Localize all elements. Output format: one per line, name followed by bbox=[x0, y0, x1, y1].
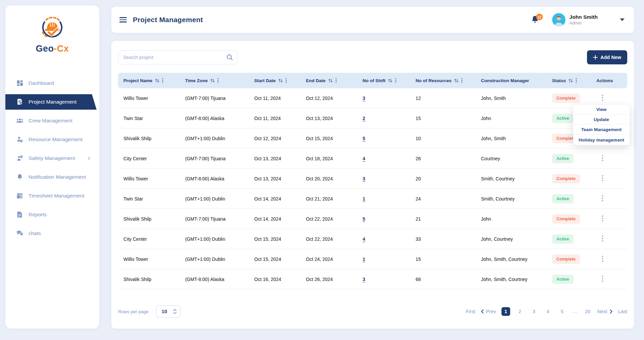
menu-item-team-management[interactable]: Team Management bbox=[573, 125, 630, 135]
table-row[interactable]: City Center (GMT+1:00) Dublin Oct 15, 20… bbox=[118, 229, 627, 249]
sidebar-item-notification-management[interactable]: Notification Management bbox=[5, 169, 99, 185]
table-row[interactable]: City Center (GMT-7:00) Tijuana Oct 13, 2… bbox=[118, 149, 627, 169]
column-menu-icon[interactable] bbox=[576, 78, 577, 83]
hamburger-menu-icon[interactable] bbox=[119, 16, 127, 24]
project-name-text: Willis Tower bbox=[123, 96, 148, 101]
shift-count-link[interactable]: 1 bbox=[363, 196, 365, 202]
rows-per-page-select[interactable]: 10 bbox=[156, 305, 181, 318]
pagination-next[interactable]: Next bbox=[597, 309, 613, 314]
table-row[interactable]: Shivalik Shilp (GMT+1:00) Dublin Oct 12,… bbox=[118, 128, 627, 149]
row-actions-kebab-icon[interactable] bbox=[602, 195, 603, 202]
sidebar-item-label: Dashboard bbox=[29, 80, 54, 86]
table-row[interactable]: Willis Tower (GMT-8:00) Alaska Oct 13, 2… bbox=[118, 169, 627, 189]
page-title: Project Management bbox=[133, 16, 203, 24]
table-row[interactable]: Twin Star (GMT-8:00) Alaska Oct 11, 2024… bbox=[118, 108, 627, 128]
column-menu-icon[interactable] bbox=[285, 78, 287, 83]
search-input[interactable] bbox=[118, 50, 237, 64]
shift-count-link[interactable]: 3 bbox=[363, 277, 365, 282]
pagination-ellipsis[interactable]: ··· bbox=[572, 309, 578, 315]
cell-end-date: Oct 26, 2024 bbox=[306, 277, 363, 282]
notifications-button[interactable]: 12 bbox=[531, 15, 540, 25]
add-new-button[interactable]: Add New bbox=[587, 50, 627, 64]
row-actions-kebab-icon[interactable] bbox=[602, 235, 603, 242]
user-avatar[interactable] bbox=[552, 13, 566, 26]
sort-icon[interactable] bbox=[328, 78, 333, 83]
sort-icon[interactable] bbox=[278, 78, 283, 83]
search-icon[interactable] bbox=[226, 54, 233, 61]
shift-count-link[interactable]: 2 bbox=[363, 116, 365, 121]
pagination-prev[interactable]: Prev bbox=[481, 309, 496, 314]
sort-icon[interactable] bbox=[155, 78, 160, 83]
sidebar-item-safety-management[interactable]: Safety Management bbox=[5, 151, 99, 166]
pagination-page-20[interactable]: 20 bbox=[583, 307, 592, 316]
pagination-page-4[interactable]: 4 bbox=[544, 307, 552, 316]
sidebar-item-timesheet-management[interactable]: Timesheet Management bbox=[5, 188, 99, 204]
table-row[interactable]: Willis Tower (GMT+1:00) Dublin Oct 15, 2… bbox=[118, 249, 627, 269]
stepper-chevrons-icon[interactable] bbox=[173, 308, 177, 315]
sidebar-item-resource-management[interactable]: Resource Management bbox=[5, 132, 99, 147]
shift-count-link[interactable]: 1 bbox=[363, 257, 365, 262]
user-menu-caret-icon[interactable] bbox=[620, 18, 625, 21]
end-date-text: Oct 21, 2024 bbox=[306, 196, 333, 202]
pagination-page-5[interactable]: 5 bbox=[558, 307, 567, 316]
pagination-page-2[interactable]: 2 bbox=[516, 307, 524, 316]
column-header-no-of-shift[interactable]: No of Shift bbox=[363, 78, 416, 83]
time-zone-text: (GMT-7:00) Tijuana bbox=[185, 96, 226, 101]
column-header-start-date[interactable]: Start Date bbox=[254, 78, 306, 83]
project-management-icon bbox=[16, 98, 23, 106]
status-badge: Active bbox=[552, 275, 574, 284]
row-actions-kebab-icon[interactable] bbox=[602, 175, 603, 181]
shift-count-link[interactable]: 3 bbox=[363, 176, 365, 181]
column-menu-icon[interactable] bbox=[461, 78, 463, 83]
row-actions-kebab-icon[interactable] bbox=[602, 95, 603, 101]
shift-count-link[interactable]: 4 bbox=[363, 156, 365, 161]
pagination-last[interactable]: Last bbox=[618, 309, 627, 314]
status-badge: Active bbox=[552, 154, 574, 163]
pagination-page-1[interactable]: 1 bbox=[501, 307, 510, 316]
sidebar-item-dashboard[interactable]: Dashboard bbox=[5, 75, 99, 91]
row-actions-kebab-icon[interactable] bbox=[602, 155, 603, 161]
table-row[interactable]: Shivalik Shilp (GMT-8:00) Alaska Oct 16,… bbox=[118, 269, 627, 289]
menu-item-view[interactable]: View bbox=[573, 105, 630, 115]
sort-icon[interactable] bbox=[568, 78, 573, 83]
column-menu-icon[interactable] bbox=[162, 78, 163, 83]
column-label: Project Name bbox=[123, 78, 152, 83]
column-header-time-zone[interactable]: Time Zone bbox=[185, 78, 254, 83]
column-header-project-name[interactable]: Project Name bbox=[123, 78, 185, 83]
pagination-page-3[interactable]: 3 bbox=[530, 307, 538, 316]
sort-icon[interactable] bbox=[388, 78, 393, 83]
cell-end-date: Oct 18, 2024 bbox=[306, 156, 363, 161]
column-menu-icon[interactable] bbox=[395, 78, 396, 83]
pagination-first[interactable]: First bbox=[466, 309, 475, 314]
shift-count-link[interactable]: 5 bbox=[363, 216, 365, 222]
column-menu-icon[interactable] bbox=[335, 78, 337, 83]
menu-item-update[interactable]: Update bbox=[573, 115, 630, 125]
column-header-construction-manager[interactable]: Construction Manager bbox=[481, 78, 552, 83]
row-actions-kebab-icon[interactable] bbox=[602, 276, 603, 282]
timesheet-icon bbox=[16, 192, 23, 200]
table-row[interactable]: Willis Tower (GMT-7:00) Tijuana Oct 11, … bbox=[118, 88, 627, 108]
column-header-no-of-resources[interactable]: No of Resources bbox=[416, 78, 481, 83]
shift-count-link[interactable]: 3 bbox=[363, 96, 365, 101]
cell-no-of-resources: 21 bbox=[416, 216, 481, 222]
sidebar-item-project-management[interactable]: Project Management bbox=[5, 94, 97, 110]
column-header-status[interactable]: Status bbox=[552, 78, 596, 83]
sidebar-item-label: Notification Management bbox=[29, 174, 86, 180]
shift-count-link[interactable]: 4 bbox=[363, 236, 365, 242]
sidebar-item-chats[interactable]: chats bbox=[5, 226, 99, 241]
column-menu-icon[interactable] bbox=[217, 78, 219, 83]
resources-count-text: 68 bbox=[416, 277, 421, 282]
sidebar-item-crew-management[interactable]: Crew Management bbox=[5, 113, 99, 128]
row-actions-kebab-icon[interactable] bbox=[602, 256, 603, 262]
dashboard-icon bbox=[16, 79, 23, 87]
column-header-end-date[interactable]: End Date bbox=[306, 78, 363, 83]
sort-icon[interactable] bbox=[210, 78, 215, 83]
shift-count-link[interactable]: 5 bbox=[363, 136, 365, 141]
project-name-text: Shivalik Shilp bbox=[123, 216, 151, 222]
sort-icon[interactable] bbox=[454, 78, 459, 83]
table-row[interactable]: Twin Star (GMT+1:00) Dublin Oct 14, 2024… bbox=[118, 189, 627, 209]
sidebar-item-reports[interactable]: Reports bbox=[5, 207, 99, 222]
row-actions-kebab-icon[interactable] bbox=[602, 215, 603, 222]
menu-item-holiday-management[interactable]: Holiday management bbox=[573, 135, 630, 145]
table-row[interactable]: Shivalik Shilp (GMT-7:00) Tijuana Oct 14… bbox=[118, 209, 627, 229]
